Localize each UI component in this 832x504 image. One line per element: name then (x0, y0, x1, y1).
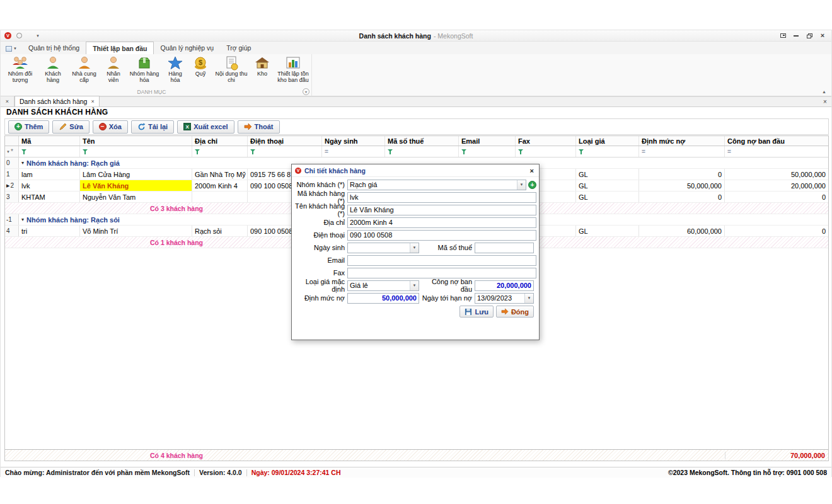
group-expand-icon[interactable]: ▾ (21, 217, 24, 222)
cell-diachi: Gần Nhà Trọ Mỹ X... (192, 169, 248, 180)
edit-button-label: Sửa (69, 123, 83, 130)
filter-congnobandau[interactable]: = (725, 146, 828, 157)
ribbon-item-nhan-vien[interactable]: Nhân viên (101, 55, 126, 84)
column-header-ngaysinh[interactable]: Ngày sinh (322, 136, 385, 146)
filter-ten[interactable] (80, 146, 192, 157)
ribbon-item-hang-hoa[interactable]: Hàng hóa (163, 55, 188, 84)
save-button[interactable]: Lưu (459, 306, 493, 318)
ribbon-item-nha-cung-cap[interactable]: Nhà cung cấp (67, 55, 101, 84)
close-dialog-button[interactable]: Đóng (496, 306, 534, 318)
ribbon-item-kho[interactable]: Kho (250, 55, 275, 77)
tab-danh-sach-khach-hang[interactable]: Danh sách khách hàng × (14, 96, 100, 106)
debt-due-date-combo[interactable]: 13/09/2023 ▼ (475, 293, 534, 304)
ribbon-collapse-icon[interactable]: ▲ (822, 89, 826, 94)
debt-limit-field[interactable] (347, 293, 419, 304)
chevron-down-icon[interactable]: ▼ (410, 243, 419, 253)
fullscreen-button[interactable] (778, 32, 788, 40)
column-header-email[interactable]: Email (459, 136, 516, 146)
birthdate-combo[interactable]: ▼ (347, 243, 419, 253)
quick-access-circle-icon[interactable] (16, 33, 22, 38)
chevron-down-icon[interactable]: ▼ (524, 294, 533, 303)
restore-button[interactable] (804, 32, 814, 40)
chevron-down-icon[interactable]: ▼ (410, 281, 419, 290)
export-excel-button[interactable]: XXuất excel (177, 120, 234, 134)
fax-field[interactable] (347, 268, 536, 278)
ribbon-tab-quan-tri-he-thong[interactable]: Quản trị hệ thống (22, 42, 86, 54)
action-toolbar: +Thêm Sửa −Xóa Tải lại XXuất excel Thoát (4, 118, 829, 135)
column-header-diachi[interactable]: Địa chỉ (192, 136, 248, 146)
ribbon-item-thiet-lap-ton-kho[interactable]: Thiết lập tồn kho ban đầu (275, 55, 311, 84)
filter-email[interactable] (459, 146, 516, 157)
add-group-button[interactable]: + (528, 181, 536, 189)
filter-ma[interactable] (19, 146, 80, 157)
exit-button[interactable]: Thoát (238, 120, 280, 134)
grid-filter-row: ▼* = = = (5, 146, 828, 158)
filter-masothue[interactable] (385, 146, 459, 157)
address-field[interactable] (347, 217, 536, 228)
dialog-close-button[interactable]: × (528, 167, 536, 175)
price-type-combo[interactable]: Giá lẻ ▼ (347, 280, 419, 291)
add-button[interactable]: +Thêm (8, 120, 49, 134)
delete-button[interactable]: −Xóa (93, 120, 128, 134)
ribbon-item-nhom-doi-tuong[interactable]: Nhóm đối tượng (2, 55, 38, 84)
restore-icon (807, 33, 812, 38)
cell-loaigia: GL (576, 226, 639, 236)
customer-name-field[interactable] (347, 205, 536, 215)
cell-congnobandau: 20,000,000 (725, 180, 828, 191)
filter-fax[interactable] (516, 146, 576, 157)
minimize-button[interactable] (791, 32, 801, 40)
cell-diachi: Rạch sỏi (192, 226, 248, 236)
column-header-dienthoai[interactable]: Điện thoại (248, 136, 322, 146)
filter-diachi[interactable] (192, 146, 248, 157)
ribbon-item-nhom-hang-hoa[interactable]: Nhóm hàng hóa (126, 55, 163, 84)
tabstrip-close-left-button[interactable]: × (1, 96, 14, 106)
cell-congnobandau: 50,000,000 (725, 169, 828, 180)
cell-diachi: 2000m Kinh 4 (192, 180, 248, 191)
column-header-masothue[interactable]: Mã số thuế (385, 136, 459, 146)
welcome-text: Chào mừng: Administrator đến với phần mề… (5, 469, 190, 476)
filter-funnel-icon (388, 149, 393, 154)
ribbon-tab-quan-ly-nghiep-vu[interactable]: Quản lý nghiệp vụ (154, 42, 220, 54)
tabstrip-close-right-button[interactable]: × (819, 96, 831, 106)
reload-button[interactable]: Tải lại (131, 120, 174, 134)
chevron-down-icon[interactable]: ▼ (517, 180, 526, 190)
reload-button-label: Tải lại (148, 123, 168, 130)
app-menu-icon (6, 46, 12, 52)
email-field[interactable] (347, 255, 536, 266)
edit-button[interactable]: Sửa (52, 120, 89, 134)
quick-access-caret-icon[interactable]: ▼ (36, 34, 40, 38)
field-label-ngaysinh: Ngày sinh (293, 244, 347, 251)
ribbon-item-khach-hang[interactable]: Khách hàng (38, 55, 67, 84)
doc-tab-close-icon[interactable]: × (91, 98, 94, 105)
close-window-button[interactable]: × (818, 32, 828, 40)
edit-icon (59, 123, 67, 131)
column-header-loaigia[interactable]: Loại giá (576, 136, 639, 146)
customer-group-combo[interactable]: Rạch giá ▼ (347, 180, 526, 190)
column-header-ma[interactable]: Mã (19, 136, 80, 146)
filter-loaigia[interactable] (576, 146, 639, 157)
dialog-title-bar[interactable]: V Chi tiết khách hàng × (292, 164, 539, 177)
ribbon-item-label: Hàng hóa (164, 71, 187, 84)
window-title-text: Danh sách khách hàng (359, 32, 431, 40)
app-menu-caret-icon: ▼ (13, 47, 17, 50)
column-header-congnobandau[interactable]: Công nợ ban đầu (725, 136, 828, 146)
ribbon-item-quy[interactable]: $ Quỹ (188, 55, 213, 77)
column-header-dinhmucno[interactable]: Định mức nợ (639, 136, 725, 146)
group-dialog-launcher-icon[interactable]: ▾ (303, 88, 309, 95)
filter-dienthoai[interactable] (248, 146, 322, 157)
filter-dinhmucno[interactable]: = (639, 146, 725, 157)
tax-code-field[interactable] (475, 243, 534, 253)
app-logo-icon[interactable]: V (4, 32, 11, 39)
group-expand-icon[interactable]: ▾ (21, 160, 24, 166)
initial-debt-field[interactable] (475, 280, 534, 291)
column-header-ten[interactable]: Tên (80, 136, 192, 146)
column-header-fax[interactable]: Fax (516, 136, 576, 146)
app-menu-button[interactable]: ▼ (3, 43, 20, 54)
cell-ten: Võ Minh Trí (80, 226, 192, 236)
ribbon-tab-tro-giup[interactable]: Trợ giúp (220, 42, 257, 54)
filter-ngaysinh[interactable]: = (322, 146, 385, 157)
customer-code-field[interactable] (347, 192, 536, 203)
phone-field[interactable] (347, 230, 536, 241)
ribbon-item-noi-dung-thu-chi[interactable]: Nội dung thu chi (213, 55, 250, 84)
ribbon-tab-thiet-lap-ban-dau[interactable]: Thiết lập ban đầu (86, 42, 154, 54)
